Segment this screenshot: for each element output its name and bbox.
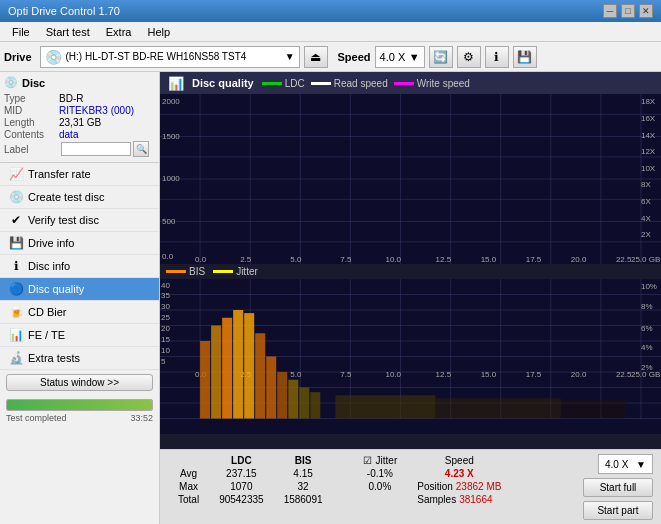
position-value: 23862 MB <box>456 481 502 492</box>
svg-text:30: 30 <box>161 302 170 311</box>
contents-value: data <box>59 129 78 140</box>
mid-value: RITEKBR3 (000) <box>59 105 134 116</box>
svg-text:8%: 8% <box>641 302 653 311</box>
minimize-button[interactable]: ─ <box>603 4 617 18</box>
disc-type-row: Type BD-R <box>4 93 155 104</box>
start-part-button[interactable]: Start part <box>583 501 653 520</box>
nav-item-disc-info[interactable]: ℹDisc info <box>0 255 159 278</box>
svg-text:10.0: 10.0 <box>385 255 401 264</box>
chart-title: Disc quality <box>192 77 254 89</box>
bottom-chart: 40 35 30 25 20 15 10 5 10% 8% 6% 4% 2% 0… <box>160 279 661 434</box>
svg-text:12X: 12X <box>641 147 656 156</box>
disc-section-title: Disc <box>22 77 45 89</box>
speed-label: Speed <box>338 51 371 63</box>
speed-value: 4.0 X <box>380 51 406 63</box>
svg-rect-96 <box>310 392 320 418</box>
svg-rect-88 <box>222 318 232 419</box>
menu-file[interactable]: File <box>4 25 38 39</box>
maximize-button[interactable]: □ <box>621 4 635 18</box>
svg-text:10.0: 10.0 <box>385 370 401 379</box>
svg-text:25: 25 <box>161 313 170 322</box>
bis-legend: BIS <box>166 266 205 277</box>
svg-text:14X: 14X <box>641 131 656 140</box>
left-panel: 💿 Disc Type BD-R MID RITEKBR3 (000) Leng… <box>0 72 160 524</box>
nav-label-create-test-disc: Create test disc <box>28 191 104 203</box>
chevron-down-icon2: ▼ <box>409 51 420 63</box>
svg-text:10X: 10X <box>641 164 656 173</box>
svg-rect-94 <box>288 380 298 419</box>
samples-label: Samples <box>417 494 456 505</box>
svg-text:500: 500 <box>162 217 176 226</box>
svg-text:20.0: 20.0 <box>571 255 587 264</box>
max-jitter: 0.0% <box>353 480 408 493</box>
label-search-button[interactable]: 🔍 <box>133 141 149 157</box>
svg-text:22.5: 22.5 <box>616 255 632 264</box>
nav-item-cd-bier[interactable]: 🍺CD Bier <box>0 301 159 324</box>
settings-button[interactable]: ⚙ <box>457 46 481 68</box>
nav-item-fe-te[interactable]: 📊FE / TE <box>0 324 159 347</box>
svg-text:16X: 16X <box>641 114 656 123</box>
nav-item-disc-quality[interactable]: 🔵Disc quality <box>0 278 159 301</box>
jitter-section: ☑ Jitter <box>363 455 398 466</box>
svg-text:2000: 2000 <box>162 97 180 106</box>
avg-jitter: -0.1% <box>353 467 408 480</box>
stats-table: LDC BIS ☑ Jitter Speed Avg 237. <box>168 454 511 506</box>
main-area: 💿 Disc Type BD-R MID RITEKBR3 (000) Leng… <box>0 72 661 524</box>
close-button[interactable]: ✕ <box>639 4 653 18</box>
contents-label: Contents <box>4 129 59 140</box>
chevron-down-icon: ▼ <box>285 51 295 62</box>
avg-speed: 4.23 X <box>407 467 511 480</box>
nav-item-create-test-disc[interactable]: 💿Create test disc <box>0 186 159 209</box>
nav-item-transfer-rate[interactable]: 📈Transfer rate <box>0 163 159 186</box>
refresh-button[interactable]: 🔄 <box>429 46 453 68</box>
mid-label: MID <box>4 105 59 116</box>
svg-text:25.0 GB: 25.0 GB <box>631 255 660 264</box>
total-bis: 1586091 <box>274 493 333 506</box>
menu-start-test[interactable]: Start test <box>38 25 98 39</box>
avg-ldc: 237.15 <box>209 467 274 480</box>
label-input[interactable] <box>61 142 131 156</box>
drive-selector[interactable]: 💿 (H:) HL-DT-ST BD-RE WH16NS58 TST4 ▼ <box>40 46 300 68</box>
nav-label-transfer-rate: Transfer rate <box>28 168 91 180</box>
chart-header: 📊 Disc quality LDC Read speed Write spee… <box>160 72 661 94</box>
speed-selector-row: 4.0 X ▼ <box>598 454 653 474</box>
toolbar: Drive 💿 (H:) HL-DT-ST BD-RE WH16NS58 TST… <box>0 42 661 72</box>
nav-item-drive-info[interactable]: 💾Drive info <box>0 232 159 255</box>
stats-bar: LDC BIS ☑ Jitter Speed Avg 237. <box>160 449 661 524</box>
svg-text:17.5: 17.5 <box>526 255 542 264</box>
nav-label-verify-test-disc: Verify test disc <box>28 214 99 226</box>
disc-info-table: Type BD-R MID RITEKBR3 (000) Length 23,3… <box>4 93 155 157</box>
status-window-button[interactable]: Status window >> <box>6 374 153 391</box>
svg-text:15: 15 <box>161 335 170 344</box>
menu-help[interactable]: Help <box>139 25 178 39</box>
col-ldc: LDC <box>209 454 274 467</box>
window-title: Opti Drive Control 1.70 <box>8 5 120 17</box>
nav-item-extra-tests[interactable]: 🔬Extra tests <box>0 347 159 370</box>
start-full-button[interactable]: Start full <box>583 478 653 497</box>
save-button[interactable]: 💾 <box>513 46 537 68</box>
svg-rect-89 <box>233 310 243 419</box>
info-button[interactable]: ℹ <box>485 46 509 68</box>
total-ldc: 90542335 <box>209 493 274 506</box>
jitter-legend: Jitter <box>213 266 258 277</box>
menu-extra[interactable]: Extra <box>98 25 140 39</box>
nav-icon-fe-te: 📊 <box>8 328 24 342</box>
svg-rect-86 <box>200 341 210 419</box>
svg-text:10: 10 <box>161 346 170 355</box>
bottom-speed-dropdown[interactable]: 4.0 X ▼ <box>598 454 653 474</box>
svg-text:35: 35 <box>161 291 170 300</box>
progress-status: Test completed <box>6 413 67 423</box>
svg-text:1000: 1000 <box>162 174 180 183</box>
nav-item-verify-test-disc[interactable]: ✔Verify test disc <box>0 209 159 232</box>
legend-write-label: Write speed <box>417 78 470 89</box>
eject-button[interactable]: ⏏ <box>304 46 328 68</box>
speed-selector[interactable]: 4.0 X ▼ <box>375 46 425 68</box>
svg-text:25.0 GB: 25.0 GB <box>631 370 660 379</box>
chevron-icon: ▼ <box>636 459 646 470</box>
position-section: Position 23862 MB <box>417 481 501 492</box>
disc-header: 💿 Disc <box>4 76 155 89</box>
jitter-checkbox[interactable]: ☑ <box>363 455 372 466</box>
length-label: Length <box>4 117 59 128</box>
legend-ldc: LDC <box>262 78 305 89</box>
svg-rect-99 <box>561 400 626 419</box>
